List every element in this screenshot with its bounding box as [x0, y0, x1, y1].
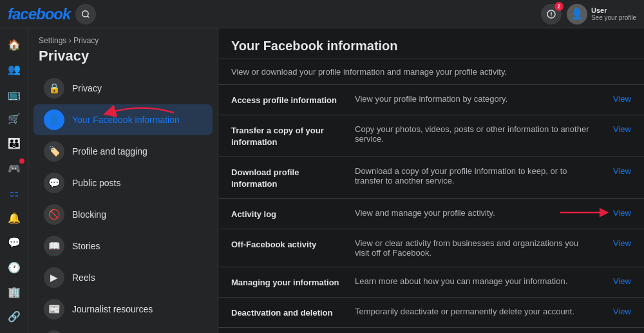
content-title: Your Facebook information [218, 28, 644, 59]
avatar-button[interactable]: 👤 [567, 4, 587, 24]
row-download-profile: Download profile information Download a … [218, 157, 644, 199]
row-managing-info: Managing your information Learn more abo… [218, 267, 644, 298]
sidebar-item-public-posts[interactable]: 💬 Public posts [33, 167, 213, 198]
svg-line-1 [88, 15, 90, 17]
nav-gaming[interactable]: 🎮 [3, 157, 26, 179]
nav-groups[interactable]: 👪 [3, 133, 26, 155]
svg-point-0 [82, 10, 88, 16]
row-access-profile-action[interactable]: View [600, 94, 631, 104]
row-off-facebook-label: Off-Facebook activity [231, 240, 316, 249]
sidebar-item-blocking[interactable]: 🚫 Blocking [33, 199, 213, 230]
row-transfer-copy-desc: Copy your photos, videos, posts or other… [355, 124, 592, 144]
gaming-badge [19, 158, 24, 164]
nav-pages[interactable]: 🏢 [3, 281, 26, 303]
nav-friends[interactable]: 👥 [3, 58, 26, 80]
row-deactivation-label: Deactivation and deletion [231, 308, 332, 318]
sidebar-item-reaction-preferences[interactable]: 😊 Reaction preferences [33, 325, 213, 333]
notification-button[interactable]: 2 [541, 4, 562, 24]
row-off-facebook-action[interactable]: View [600, 238, 631, 248]
row-deactivation-action[interactable]: View [600, 307, 631, 316]
sidebar-item-stories[interactable]: 📖 Stories [33, 231, 213, 262]
sidebar-item-your-facebook-information-label: Your Facebook information [72, 115, 180, 125]
main-layout: 🏠 👥 📺 🛒 👪 🎮 ⚏ 🔔 💬 🕐 🏢 🔗 Settings › Priva… [0, 28, 644, 333]
main-content: Your Facebook information View or downlo… [218, 28, 644, 333]
user-profile-area: 👤 User See your profile [567, 4, 636, 24]
privacy-icon: 🔒 [44, 78, 64, 99]
search-icon [81, 10, 90, 19]
topbar-left: facebook [8, 4, 96, 24]
row-transfer-copy-action[interactable]: View [600, 124, 631, 134]
sidebar-item-stories-label: Stories [72, 241, 100, 251]
row-transfer-copy-label-container: Transfer a copy of your information [231, 124, 347, 147]
row-transfer-copy: Transfer a copy of your information Copy… [218, 115, 644, 157]
nav-home[interactable]: 🏠 [3, 33, 26, 55]
row-off-facebook: Off-Facebook activity View or clear acti… [218, 229, 644, 267]
user-info: User See your profile [591, 6, 636, 21]
row-managing-info-desc: Learn more about how you can manage your… [355, 276, 592, 286]
row-transfer-copy-label: Transfer a copy of your information [231, 126, 324, 147]
nav-marketplace[interactable]: 🛒 [3, 108, 26, 129]
sidebar-item-profile-and-tagging-label: Profile and tagging [72, 146, 147, 157]
sidebar-item-profile-and-tagging[interactable]: 🏷️ Profile and tagging [33, 136, 213, 167]
your-facebook-information-icon: 👤 [44, 109, 64, 130]
row-managing-info-action[interactable]: View [600, 276, 631, 286]
sidebar-item-blocking-label: Blocking [72, 209, 106, 220]
nav-link[interactable]: 🔗 [3, 306, 26, 328]
red-arrow-activity [560, 203, 612, 222]
row-activity-log-action[interactable]: View [600, 208, 631, 218]
topbar-right: 2 👤 User See your profile [541, 4, 636, 24]
stories-icon: 📖 [44, 236, 64, 256]
facebook-logo: facebook [8, 5, 70, 23]
settings-sidebar: Settings › Privacy Privacy 🔒 Privacy 👤 Y… [28, 28, 218, 333]
row-managing-info-label: Managing your information [231, 278, 339, 287]
row-access-profile: Access profile information View your pro… [218, 85, 644, 115]
notification-badge: 2 [554, 2, 564, 11]
blocking-icon: 🚫 [44, 204, 64, 225]
row-off-facebook-desc: View or clear activity from businesses a… [355, 238, 592, 258]
row-off-facebook-label-container: Off-Facebook activity [231, 238, 347, 250]
row-download-profile-label: Download profile information [231, 167, 299, 189]
row-activity-log-label: Activity log [231, 209, 276, 219]
sidebar-item-public-posts-label: Public posts [72, 178, 120, 188]
row-deactivation-label-container: Deactivation and deletion [231, 307, 347, 318]
profile-tagging-icon: 🏷️ [44, 141, 64, 162]
sidebar-item-journalist-resources[interactable]: 📰 Journalist resources [33, 294, 213, 325]
row-access-profile-label: Access profile information [231, 95, 337, 105]
row-activity-log-label-container: Activity log [231, 208, 347, 220]
row-activity-log-desc: View and manage your profile activity. [355, 208, 592, 218]
nav-watch[interactable]: 📺 [3, 83, 26, 105]
icon-sidebar: 🏠 👥 📺 🛒 👪 🎮 ⚏ 🔔 💬 🕐 🏢 🔗 [0, 28, 28, 333]
row-download-profile-label-container: Download profile information [231, 166, 347, 189]
row-deactivation: Deactivation and deletion Temporarily de… [218, 298, 644, 328]
nav-notifications[interactable]: 🔔 [3, 207, 26, 229]
journalist-resources-icon: 📰 [44, 299, 64, 319]
row-access-profile-desc: View your profile information by categor… [355, 94, 592, 104]
content-description: View or download your profile informatio… [218, 59, 644, 85]
row-download-profile-desc: Download a copy of your profile informat… [355, 166, 592, 186]
reels-icon: ▶ [44, 267, 64, 288]
sidebar-item-your-facebook-information[interactable]: 👤 Your Facebook information [33, 104, 213, 135]
sidebar-item-reels[interactable]: ▶ Reels [33, 262, 213, 293]
sidebar-item-journalist-resources-label: Journalist resources [72, 304, 153, 314]
bell-icon [546, 9, 556, 19]
sidebar-item-privacy-label: Privacy [72, 83, 102, 93]
settings-title: Privacy [28, 48, 218, 72]
sidebar-item-privacy[interactable]: 🔒 Privacy [33, 73, 213, 104]
breadcrumb-settings-link[interactable]: Settings [39, 36, 66, 45]
breadcrumb: Settings › Privacy [28, 36, 218, 48]
reaction-preferences-icon: 😊 [44, 330, 64, 333]
row-download-profile-action[interactable]: View [600, 166, 631, 176]
nav-apps[interactable]: ⚏ [3, 182, 26, 204]
sidebar-item-reels-label: Reels [72, 272, 95, 283]
topbar: facebook 2 👤 User See your profile [0, 0, 644, 28]
nav-messages[interactable]: 💬 [3, 231, 26, 253]
row-deactivation-desc: Temporarily deactivate or permanently de… [355, 307, 592, 316]
nav-clock[interactable]: 🕐 [3, 256, 26, 278]
search-button[interactable] [75, 4, 96, 24]
row-activity-log: Activity log View and manage your profil… [218, 199, 644, 229]
public-posts-icon: 💬 [44, 173, 64, 193]
row-access-profile-label-container: Access profile information [231, 94, 347, 106]
row-managing-info-label-container: Managing your information [231, 276, 347, 288]
